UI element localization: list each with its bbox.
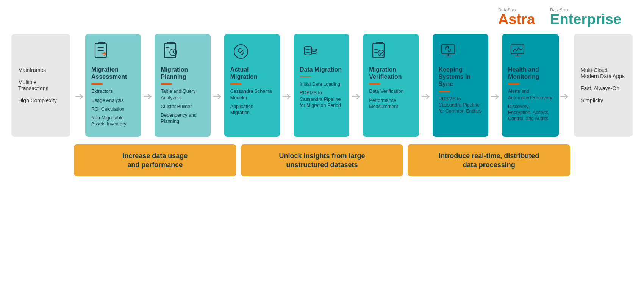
bottom-banners: Increase data usageand performance Unloc… <box>11 144 633 177</box>
svg-rect-18 <box>442 45 455 54</box>
stage-2-divider <box>161 83 172 85</box>
stage-1-items: Extractors Usage Analysis ROI Calculatio… <box>91 88 135 130</box>
sync-check-icon <box>230 41 252 62</box>
stage-5-item-1: Data Verification <box>369 88 413 94</box>
enterprise-logo-group: DataStax Enterprise <box>550 8 621 27</box>
stage-4-items: Initial Data Loading RDBMS to Cassandra … <box>300 81 343 111</box>
bottom-banner-3: Introduce real-time, distributeddata pro… <box>408 144 570 177</box>
stage-1-item-3: ROI Calculation <box>91 106 135 112</box>
stage-4-title: Data Migration <box>300 66 342 73</box>
stage-2-item-3: Dependency and Planning <box>161 112 204 125</box>
stage-1-title: Migration Assessment <box>91 66 135 80</box>
banner-2-text: Unlock insights from largeunstructured d… <box>279 151 365 170</box>
left-item-complexity: High Complexity <box>18 97 63 103</box>
page: DataStax Astra DataStax Enterprise Mainf… <box>0 0 644 307</box>
clipboard-check-icon <box>369 41 390 62</box>
stage-3-item-1: Cassandra Schema Modeler <box>230 88 274 101</box>
astra-logo: Astra <box>498 12 535 27</box>
right-arrow <box>559 93 570 100</box>
stage-actual-migration: Actual Migration Cassandra Schema Modele… <box>224 34 280 137</box>
stage-3-item-2: Application Migration <box>230 103 274 116</box>
monitor-sync-icon <box>439 41 460 62</box>
left-arrow <box>74 93 85 100</box>
stages-wrapper: Migration Assessment Extractors Usage An… <box>85 34 559 137</box>
bottom-banner-1: Increase data usageand performance <box>74 144 236 177</box>
header-logos: DataStax Astra DataStax Enterprise <box>11 8 633 27</box>
stage-1-item-2: Usage Analysis <box>91 97 135 103</box>
stage-migration-planning: Migration Planning Table and Query Analy… <box>155 34 210 137</box>
stage-6-items: RDBMS to Cassandra Pipeline for Common E… <box>439 96 482 117</box>
svg-point-17 <box>378 50 384 56</box>
right-item-simplicity: Simplicity <box>581 97 626 103</box>
stage-health-monitoring: Health and Monitoring Alerts and Automat… <box>502 34 559 137</box>
right-item-fast: Fast, Always-On <box>581 85 626 91</box>
clipboard-extract-icon <box>91 41 113 62</box>
arrow-6-7 <box>490 93 500 100</box>
stage-2-title: Migration Planning <box>161 66 204 80</box>
right-item-multicloud: Multi-Cloud Modern Data Apps <box>581 67 626 79</box>
stage-7-item-2: Discovery, Encryption, Access Control, a… <box>508 103 553 122</box>
stage-3-title: Actual Migration <box>230 66 274 80</box>
stage-6-item-1: RDBMS to Cassandra Pipeline for Common E… <box>439 96 482 114</box>
left-item-transactions: Multiple Transactions <box>18 79 63 91</box>
stage-7-item-1: Alerts and Automated Recovery <box>508 88 553 101</box>
main-content: Mainframes Multiple Transactions High Co… <box>11 34 633 137</box>
stage-5-divider <box>369 83 380 85</box>
stage-keeping-systems-sync: Keeping Systems in Sync RDBMS to Cassand… <box>433 34 488 137</box>
stage-6-divider <box>439 91 450 92</box>
monitor-chart-icon <box>508 41 529 62</box>
stage-1-item-1: Extractors <box>91 88 135 94</box>
stage-4-item-2: RDBMS to Cassandra Pipeline for Migratio… <box>300 90 343 108</box>
stage-1-item-4: Non-Migratable Assets Inventory <box>91 115 135 127</box>
stage-7-items: Alerts and Automated Recovery Discovery,… <box>508 88 553 124</box>
stage-6-title: Keeping Systems in Sync <box>439 66 482 88</box>
stage-5-title: Migration Verification <box>369 66 413 80</box>
banner-3-text: Introduce real-time, distributeddata pro… <box>439 151 539 170</box>
clipboard-clock-icon <box>161 41 182 62</box>
stage-7-title: Health and Monitoring <box>508 66 553 80</box>
stage-5-item-2: Performance Measurement <box>369 97 413 110</box>
astra-logo-group: DataStax Astra <box>498 8 535 27</box>
stage-7-divider <box>508 83 519 85</box>
stage-1-divider <box>91 83 103 85</box>
stage-migration-verification: Migration Verification Data Verification… <box>363 34 419 137</box>
stage-data-migration: Data Migration Initial Data Loading RDBM… <box>294 34 349 137</box>
bottom-banner-2: Unlock insights from largeunstructured d… <box>241 144 403 177</box>
stage-5-items: Data Verification Performance Measuremen… <box>369 88 413 112</box>
stage-migration-assessment: Migration Assessment Extractors Usage An… <box>85 34 141 137</box>
left-panel: Mainframes Multiple Transactions High Co… <box>11 34 70 137</box>
database-stack-icon <box>300 41 321 62</box>
stage-2-item-1: Table and Query Analyzers <box>161 88 204 101</box>
stage-2-item-2: Cluster Builder <box>161 103 204 110</box>
enterprise-logo: Enterprise <box>550 12 621 27</box>
banner-1-text: Increase data usageand performance <box>122 151 188 170</box>
stage-2-items: Table and Query Analyzers Cluster Builde… <box>161 88 204 127</box>
arrow-1-2 <box>142 93 153 100</box>
stage-3-divider <box>230 83 242 85</box>
stage-4-item-1: Initial Data Loading <box>300 81 343 87</box>
right-panel: Multi-Cloud Modern Data Apps Fast, Alway… <box>574 34 633 137</box>
arrow-2-3 <box>212 93 223 100</box>
arrow-5-6 <box>420 93 431 100</box>
left-item-mainframes: Mainframes <box>18 67 63 73</box>
arrow-3-4 <box>281 93 292 100</box>
stage-4-divider <box>300 76 311 77</box>
arrow-4-5 <box>351 93 361 100</box>
svg-line-9 <box>173 53 175 53</box>
stage-3-items: Cassandra Schema Modeler Application Mig… <box>230 88 274 118</box>
